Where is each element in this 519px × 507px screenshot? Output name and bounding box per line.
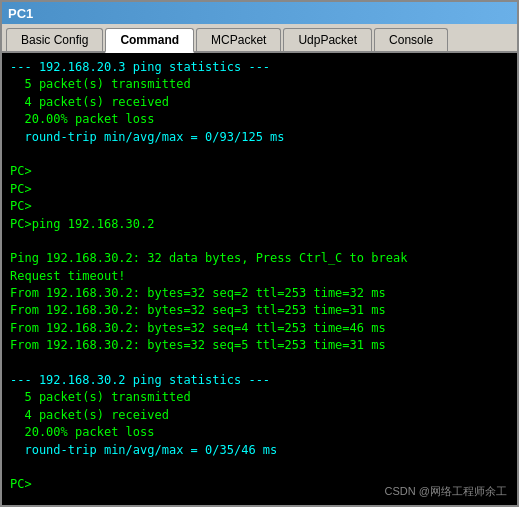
tab-basic-config[interactable]: Basic Config (6, 28, 103, 51)
window: PC1 Basic Config Command MCPacket UdpPac… (0, 0, 519, 507)
tab-bar: Basic Config Command MCPacket UdpPacket … (2, 24, 517, 53)
title-bar: PC1 (2, 2, 517, 24)
tab-command[interactable]: Command (105, 28, 194, 53)
tab-mcpacket[interactable]: MCPacket (196, 28, 281, 51)
terminal-content: --- 192.168.20.3 ping statistics --- 5 p… (10, 59, 509, 494)
window-title: PC1 (8, 6, 33, 21)
watermark: CSDN @网络工程师余工 (385, 484, 507, 499)
terminal-area[interactable]: --- 192.168.20.3 ping statistics --- 5 p… (2, 53, 517, 505)
tab-udppacket[interactable]: UdpPacket (283, 28, 372, 51)
tab-console[interactable]: Console (374, 28, 448, 51)
